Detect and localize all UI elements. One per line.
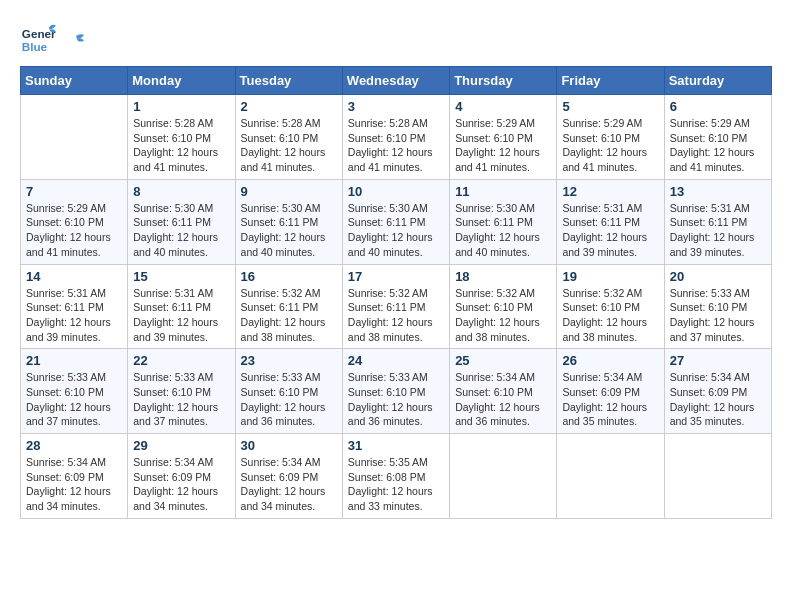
day-number: 22	[133, 353, 229, 368]
calendar-cell: 6Sunrise: 5:29 AM Sunset: 6:10 PM Daylig…	[664, 95, 771, 180]
day-info: Sunrise: 5:34 AM Sunset: 6:10 PM Dayligh…	[455, 370, 551, 429]
calendar-cell	[557, 434, 664, 519]
weekday-header-tuesday: Tuesday	[235, 67, 342, 95]
calendar-cell: 19Sunrise: 5:32 AM Sunset: 6:10 PM Dayli…	[557, 264, 664, 349]
calendar-cell: 8Sunrise: 5:30 AM Sunset: 6:11 PM Daylig…	[128, 179, 235, 264]
day-info: Sunrise: 5:31 AM Sunset: 6:11 PM Dayligh…	[26, 286, 122, 345]
day-info: Sunrise: 5:34 AM Sunset: 6:09 PM Dayligh…	[670, 370, 766, 429]
calendar-cell: 25Sunrise: 5:34 AM Sunset: 6:10 PM Dayli…	[450, 349, 557, 434]
day-number: 24	[348, 353, 444, 368]
day-number: 2	[241, 99, 337, 114]
day-number: 13	[670, 184, 766, 199]
day-number: 5	[562, 99, 658, 114]
day-info: Sunrise: 5:29 AM Sunset: 6:10 PM Dayligh…	[455, 116, 551, 175]
day-number: 4	[455, 99, 551, 114]
day-number: 14	[26, 269, 122, 284]
calendar-cell	[450, 434, 557, 519]
day-number: 11	[455, 184, 551, 199]
calendar-cell: 7Sunrise: 5:29 AM Sunset: 6:10 PM Daylig…	[21, 179, 128, 264]
day-info: Sunrise: 5:32 AM Sunset: 6:11 PM Dayligh…	[348, 286, 444, 345]
calendar-cell	[664, 434, 771, 519]
day-info: Sunrise: 5:31 AM Sunset: 6:11 PM Dayligh…	[562, 201, 658, 260]
day-info: Sunrise: 5:31 AM Sunset: 6:11 PM Dayligh…	[670, 201, 766, 260]
calendar-cell: 31Sunrise: 5:35 AM Sunset: 6:08 PM Dayli…	[342, 434, 449, 519]
day-number: 30	[241, 438, 337, 453]
day-info: Sunrise: 5:30 AM Sunset: 6:11 PM Dayligh…	[455, 201, 551, 260]
calendar-cell: 13Sunrise: 5:31 AM Sunset: 6:11 PM Dayli…	[664, 179, 771, 264]
calendar-cell: 27Sunrise: 5:34 AM Sunset: 6:09 PM Dayli…	[664, 349, 771, 434]
day-number: 27	[670, 353, 766, 368]
day-info: Sunrise: 5:35 AM Sunset: 6:08 PM Dayligh…	[348, 455, 444, 514]
day-number: 15	[133, 269, 229, 284]
weekday-header-wednesday: Wednesday	[342, 67, 449, 95]
day-info: Sunrise: 5:32 AM Sunset: 6:11 PM Dayligh…	[241, 286, 337, 345]
weekday-header-monday: Monday	[128, 67, 235, 95]
calendar-cell: 11Sunrise: 5:30 AM Sunset: 6:11 PM Dayli…	[450, 179, 557, 264]
day-number: 29	[133, 438, 229, 453]
day-info: Sunrise: 5:33 AM Sunset: 6:10 PM Dayligh…	[26, 370, 122, 429]
day-info: Sunrise: 5:32 AM Sunset: 6:10 PM Dayligh…	[455, 286, 551, 345]
calendar-table: SundayMondayTuesdayWednesdayThursdayFrid…	[20, 66, 772, 519]
day-number: 7	[26, 184, 122, 199]
day-number: 31	[348, 438, 444, 453]
calendar-cell: 24Sunrise: 5:33 AM Sunset: 6:10 PM Dayli…	[342, 349, 449, 434]
calendar-cell: 15Sunrise: 5:31 AM Sunset: 6:11 PM Dayli…	[128, 264, 235, 349]
calendar-cell: 3Sunrise: 5:28 AM Sunset: 6:10 PM Daylig…	[342, 95, 449, 180]
calendar-cell: 23Sunrise: 5:33 AM Sunset: 6:10 PM Dayli…	[235, 349, 342, 434]
calendar-cell: 30Sunrise: 5:34 AM Sunset: 6:09 PM Dayli…	[235, 434, 342, 519]
day-info: Sunrise: 5:30 AM Sunset: 6:11 PM Dayligh…	[241, 201, 337, 260]
day-info: Sunrise: 5:30 AM Sunset: 6:11 PM Dayligh…	[133, 201, 229, 260]
day-info: Sunrise: 5:29 AM Sunset: 6:10 PM Dayligh…	[26, 201, 122, 260]
day-info: Sunrise: 5:33 AM Sunset: 6:10 PM Dayligh…	[348, 370, 444, 429]
day-info: Sunrise: 5:33 AM Sunset: 6:10 PM Dayligh…	[670, 286, 766, 345]
day-number: 20	[670, 269, 766, 284]
calendar-cell: 28Sunrise: 5:34 AM Sunset: 6:09 PM Dayli…	[21, 434, 128, 519]
calendar-cell: 22Sunrise: 5:33 AM Sunset: 6:10 PM Dayli…	[128, 349, 235, 434]
day-info: Sunrise: 5:34 AM Sunset: 6:09 PM Dayligh…	[133, 455, 229, 514]
weekday-header-sunday: Sunday	[21, 67, 128, 95]
day-number: 19	[562, 269, 658, 284]
day-number: 3	[348, 99, 444, 114]
weekday-header-thursday: Thursday	[450, 67, 557, 95]
calendar-cell: 4Sunrise: 5:29 AM Sunset: 6:10 PM Daylig…	[450, 95, 557, 180]
day-info: Sunrise: 5:29 AM Sunset: 6:10 PM Dayligh…	[670, 116, 766, 175]
calendar-cell: 16Sunrise: 5:32 AM Sunset: 6:11 PM Dayli…	[235, 264, 342, 349]
day-number: 25	[455, 353, 551, 368]
calendar-cell: 20Sunrise: 5:33 AM Sunset: 6:10 PM Dayli…	[664, 264, 771, 349]
calendar-cell: 10Sunrise: 5:30 AM Sunset: 6:11 PM Dayli…	[342, 179, 449, 264]
day-number: 8	[133, 184, 229, 199]
day-number: 1	[133, 99, 229, 114]
day-info: Sunrise: 5:28 AM Sunset: 6:10 PM Dayligh…	[348, 116, 444, 175]
day-info: Sunrise: 5:29 AM Sunset: 6:10 PM Dayligh…	[562, 116, 658, 175]
logo: General Blue	[20, 20, 86, 56]
day-info: Sunrise: 5:34 AM Sunset: 6:09 PM Dayligh…	[562, 370, 658, 429]
day-info: Sunrise: 5:34 AM Sunset: 6:09 PM Dayligh…	[241, 455, 337, 514]
day-number: 26	[562, 353, 658, 368]
calendar-cell: 26Sunrise: 5:34 AM Sunset: 6:09 PM Dayli…	[557, 349, 664, 434]
page-header: General Blue	[20, 20, 772, 56]
weekday-header-saturday: Saturday	[664, 67, 771, 95]
weekday-header-friday: Friday	[557, 67, 664, 95]
day-number: 28	[26, 438, 122, 453]
day-number: 21	[26, 353, 122, 368]
day-number: 18	[455, 269, 551, 284]
day-number: 10	[348, 184, 444, 199]
day-info: Sunrise: 5:30 AM Sunset: 6:11 PM Dayligh…	[348, 201, 444, 260]
day-info: Sunrise: 5:31 AM Sunset: 6:11 PM Dayligh…	[133, 286, 229, 345]
day-number: 17	[348, 269, 444, 284]
calendar-cell: 12Sunrise: 5:31 AM Sunset: 6:11 PM Dayli…	[557, 179, 664, 264]
svg-text:Blue: Blue	[22, 40, 48, 53]
calendar-cell: 18Sunrise: 5:32 AM Sunset: 6:10 PM Dayli…	[450, 264, 557, 349]
calendar-cell: 2Sunrise: 5:28 AM Sunset: 6:10 PM Daylig…	[235, 95, 342, 180]
day-info: Sunrise: 5:34 AM Sunset: 6:09 PM Dayligh…	[26, 455, 122, 514]
calendar-cell	[21, 95, 128, 180]
calendar-cell: 14Sunrise: 5:31 AM Sunset: 6:11 PM Dayli…	[21, 264, 128, 349]
calendar-cell: 17Sunrise: 5:32 AM Sunset: 6:11 PM Dayli…	[342, 264, 449, 349]
day-number: 12	[562, 184, 658, 199]
day-number: 6	[670, 99, 766, 114]
calendar-cell: 21Sunrise: 5:33 AM Sunset: 6:10 PM Dayli…	[21, 349, 128, 434]
calendar-cell: 29Sunrise: 5:34 AM Sunset: 6:09 PM Dayli…	[128, 434, 235, 519]
day-info: Sunrise: 5:33 AM Sunset: 6:10 PM Dayligh…	[133, 370, 229, 429]
day-info: Sunrise: 5:32 AM Sunset: 6:10 PM Dayligh…	[562, 286, 658, 345]
day-info: Sunrise: 5:28 AM Sunset: 6:10 PM Dayligh…	[241, 116, 337, 175]
